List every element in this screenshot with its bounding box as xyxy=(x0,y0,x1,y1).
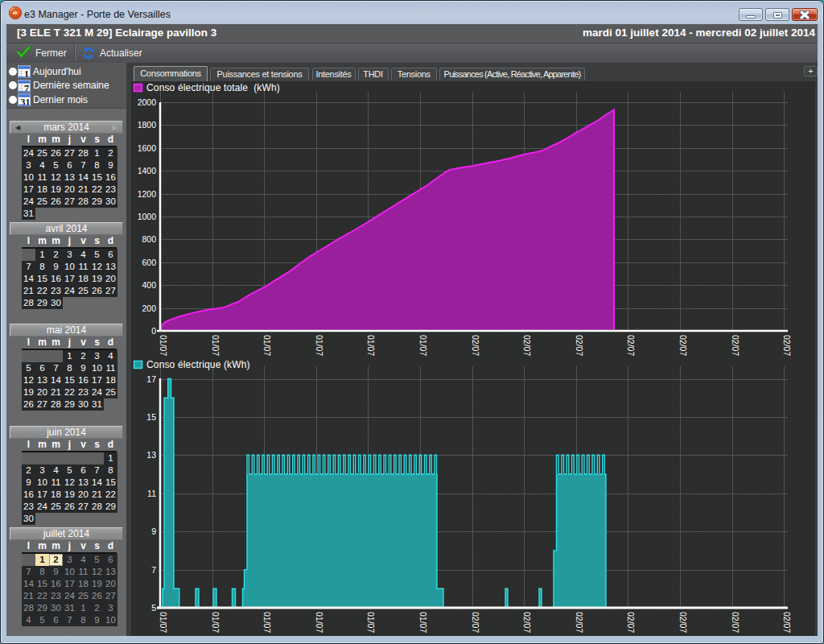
svg-text:7: 7 xyxy=(151,565,156,575)
svg-text:01/07: 01/07 xyxy=(211,335,220,356)
svg-text:1800: 1800 xyxy=(138,120,157,130)
svg-text:02/07: 02/07 xyxy=(522,612,532,633)
svg-text:9: 9 xyxy=(151,526,156,536)
svg-text:02/07: 02/07 xyxy=(731,335,740,356)
svg-text:17: 17 xyxy=(146,374,156,384)
svg-text:02/07: 02/07 xyxy=(678,335,688,356)
svg-text:15: 15 xyxy=(146,412,156,422)
svg-text:02/07: 02/07 xyxy=(782,612,792,633)
svg-text:1000: 1000 xyxy=(138,212,157,221)
svg-text:01/07: 01/07 xyxy=(159,612,168,633)
svg-text:02/07: 02/07 xyxy=(626,335,636,356)
svg-text:01/07: 01/07 xyxy=(418,335,428,356)
svg-text:01/07: 01/07 xyxy=(262,612,272,633)
svg-text:01/07: 01/07 xyxy=(366,335,376,356)
svg-text:01/07: 01/07 xyxy=(211,612,220,633)
svg-text:400: 400 xyxy=(142,280,156,290)
svg-text:02/07: 02/07 xyxy=(782,335,792,356)
svg-text:200: 200 xyxy=(142,303,156,313)
svg-text:Conso électrique (kWh): Conso électrique (kWh) xyxy=(146,359,250,370)
svg-text:01/07: 01/07 xyxy=(262,335,272,356)
svg-text:01/07: 01/07 xyxy=(418,612,428,633)
svg-text:02/07: 02/07 xyxy=(471,612,480,633)
svg-text:02/07: 02/07 xyxy=(575,335,584,356)
svg-text:5: 5 xyxy=(151,603,156,613)
svg-text:01/07: 01/07 xyxy=(159,335,168,356)
svg-text:1200: 1200 xyxy=(138,189,157,199)
svg-text:1: 1 xyxy=(24,68,30,78)
svg-text:02/07: 02/07 xyxy=(678,612,688,633)
svg-text:11: 11 xyxy=(147,489,156,498)
svg-text:Conso électrique totale (kWh): Conso électrique totale (kWh) xyxy=(146,82,280,93)
svg-text:600: 600 xyxy=(142,258,156,267)
svg-text:02/07: 02/07 xyxy=(626,612,636,633)
svg-text:0: 0 xyxy=(151,326,156,336)
svg-text:02/07: 02/07 xyxy=(575,612,584,633)
svg-text:1600: 1600 xyxy=(138,143,157,153)
svg-text:31: 31 xyxy=(21,97,31,106)
svg-text:7: 7 xyxy=(24,81,30,92)
svg-text:01/07: 01/07 xyxy=(315,612,324,633)
svg-text:1400: 1400 xyxy=(138,166,157,175)
svg-text:02/07: 02/07 xyxy=(522,335,532,356)
svg-text:800: 800 xyxy=(142,234,156,244)
svg-text:01/07: 01/07 xyxy=(315,335,324,356)
svg-text:01/07: 01/07 xyxy=(366,612,376,633)
svg-text:02/07: 02/07 xyxy=(471,335,480,356)
svg-text:02/07: 02/07 xyxy=(731,612,740,633)
svg-text:2000: 2000 xyxy=(138,97,157,107)
svg-text:13: 13 xyxy=(146,450,156,460)
